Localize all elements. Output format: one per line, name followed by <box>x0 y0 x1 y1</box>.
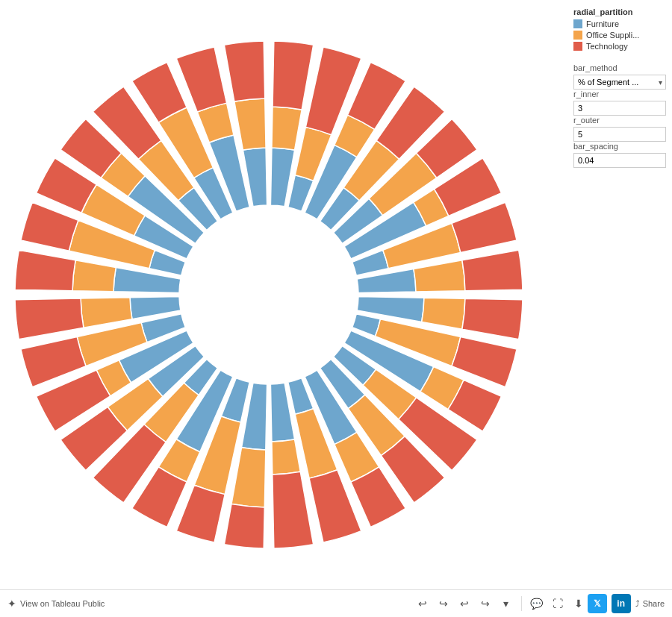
expand-button[interactable]: ⛶ <box>549 595 567 613</box>
input-r_inner[interactable] <box>573 101 666 116</box>
legend-item-0: Furniture <box>573 19 666 28</box>
legend-color-2 <box>573 42 582 51</box>
redo-button[interactable]: ↪ <box>435 595 452 613</box>
toolbar-center: ↩ ↪ ↩ ↪ ▾ 💬 ⛶ ⬇ <box>414 595 588 613</box>
share-icon: ⤴ <box>635 599 640 608</box>
toolbar: ✦ View on Tableau Public ↩ ↪ ↩ ↪ ▾ 💬 ⛶ ⬇… <box>0 589 672 617</box>
legend-label-2: Technology <box>586 42 628 51</box>
redo2-button[interactable]: ↪ <box>476 595 494 613</box>
control-group-bar_method: bar_method% of Segment ... <box>573 63 666 90</box>
legend-items: Furniture Office Suppli... Technology <box>573 19 666 51</box>
control-group-r_inner: r_inner <box>573 90 666 116</box>
linkedin-button[interactable]: in <box>612 594 631 613</box>
legend-color-1 <box>573 31 582 40</box>
sidebar: radial_partition Furniture Office Suppli… <box>567 0 672 589</box>
controls-section: bar_method% of Segment ...r_innerr_outer… <box>573 63 666 168</box>
toolbar-left: ✦ View on Tableau Public <box>7 598 414 610</box>
legend-section: radial_partition Furniture Office Suppli… <box>573 7 666 53</box>
share-label: Share <box>643 599 665 608</box>
view-on-tableau-link[interactable]: View on Tableau Public <box>20 599 105 608</box>
legend-label-1: Office Suppli... <box>586 31 639 40</box>
control-group-r_outer: r_outer <box>573 116 666 142</box>
twitter-button[interactable]: 𝕏 <box>588 594 607 613</box>
control-label-bar_spacing: bar_spacing <box>573 142 666 151</box>
legend-color-0 <box>573 19 582 28</box>
control-label-r_inner: r_inner <box>573 90 666 98</box>
input-bar_spacing[interactable] <box>573 153 666 168</box>
more-button[interactable]: ▾ <box>497 595 515 613</box>
select-wrapper-bar_method: % of Segment ... <box>573 75 666 90</box>
undo2-button[interactable]: ↩ <box>455 595 473 613</box>
legend-title: radial_partition <box>573 7 666 16</box>
download-button[interactable]: ⬇ <box>570 595 588 613</box>
control-label-r_outer: r_outer <box>573 116 666 125</box>
chart-area <box>0 0 567 589</box>
toolbar-right: 𝕏 in ⤴ Share <box>588 594 665 613</box>
input-r_outer[interactable] <box>573 127 666 142</box>
undo-button[interactable]: ↩ <box>414 595 432 613</box>
main-container: radial_partition Furniture Office Suppli… <box>0 0 672 589</box>
control-group-bar_spacing: bar_spacing <box>573 142 666 168</box>
select-bar_method[interactable]: % of Segment ... <box>573 75 666 90</box>
control-label-bar_method: bar_method <box>573 63 666 72</box>
share-button[interactable]: ⤴ Share <box>635 599 665 608</box>
legend-label-0: Furniture <box>586 19 619 28</box>
toolbar-divider <box>521 596 522 611</box>
radial-chart <box>0 0 567 589</box>
legend-item-1: Office Suppli... <box>573 31 666 40</box>
comment-button[interactable]: 💬 <box>528 595 546 613</box>
tableau-icon: ✦ <box>7 598 16 610</box>
legend-item-2: Technology <box>573 42 666 51</box>
